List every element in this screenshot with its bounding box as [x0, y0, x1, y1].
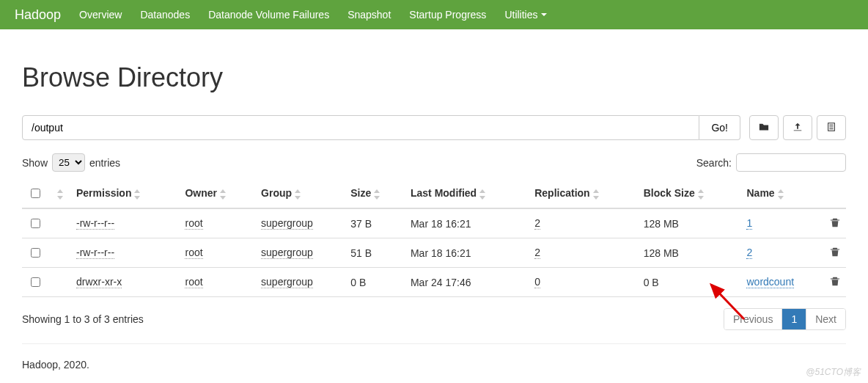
trash-icon[interactable]: [830, 247, 840, 259]
upload-button[interactable]: [783, 115, 812, 140]
size-cell: 37 B: [345, 208, 405, 238]
search-label: Search:: [696, 157, 732, 169]
permission-link[interactable]: -rw-r--r--: [76, 217, 114, 230]
block-cell: 0 B: [638, 268, 741, 297]
top-navbar: Hadoop Overview Datanodes Datanode Volum…: [0, 0, 868, 29]
permission-link[interactable]: drwxr-xr-x: [76, 276, 122, 288]
cut-button[interactable]: [817, 115, 846, 140]
nav-datanodes[interactable]: Datanodes: [140, 9, 190, 21]
modified-cell: Mar 18 16:21: [405, 238, 529, 268]
sort-icon[interactable]: [479, 189, 487, 200]
folder-icon: [759, 122, 769, 134]
search-control: Search:: [696, 153, 846, 172]
page-size-select[interactable]: 25: [52, 153, 85, 172]
sort-icon[interactable]: [295, 189, 302, 200]
sort-icon[interactable]: [698, 189, 705, 200]
footer-copyright: Hadoop, 2020.: [22, 359, 846, 371]
permission-link[interactable]: -rw-r--r--: [76, 247, 114, 259]
table-row: -rw-r--r--rootsupergroup37 BMar 18 16:21…: [22, 208, 846, 238]
group-link[interactable]: supergroup: [261, 217, 313, 230]
col-permission[interactable]: Permission: [76, 187, 131, 199]
table-row: -rw-r--r--rootsupergroup51 BMar 18 16:21…: [22, 238, 846, 268]
path-input[interactable]: [22, 115, 699, 140]
row-checkbox[interactable]: [31, 248, 40, 258]
page-title: Browse Directory: [22, 62, 846, 93]
name-link[interactable]: wordcount: [746, 276, 794, 288]
row-checkbox[interactable]: [31, 219, 40, 228]
sort-icon[interactable]: [778, 189, 785, 200]
col-owner[interactable]: Owner: [185, 187, 217, 199]
watermark: @51CTO博客: [806, 366, 861, 379]
upload-icon: [792, 122, 803, 134]
size-cell: 51 B: [345, 238, 405, 268]
nav-snapshot[interactable]: Snapshot: [347, 9, 391, 21]
brand-logo[interactable]: Hadoop: [15, 7, 61, 23]
chevron-down-icon: [541, 13, 547, 16]
entries-label: entries: [89, 157, 120, 169]
name-link[interactable]: 1: [746, 217, 752, 230]
block-cell: 128 MB: [638, 208, 741, 238]
owner-link[interactable]: root: [185, 276, 202, 288]
sort-icon[interactable]: [220, 189, 227, 200]
show-label: Show: [22, 157, 48, 169]
owner-link[interactable]: root: [185, 217, 202, 230]
nav-overview[interactable]: Overview: [79, 9, 122, 21]
modified-cell: Mar 18 16:21: [405, 208, 529, 238]
modified-cell: Mar 24 17:46: [405, 268, 529, 297]
col-size[interactable]: Size: [350, 187, 371, 199]
search-input[interactable]: [736, 153, 846, 172]
trash-icon[interactable]: [830, 277, 840, 288]
sort-icon[interactable]: [593, 189, 600, 200]
sort-icon[interactable]: [374, 189, 381, 200]
clipboard-icon: [826, 122, 836, 134]
nav-volume-failures[interactable]: Datanode Volume Failures: [208, 9, 329, 21]
table-row: drwxr-xr-xrootsupergroup0 BMar 24 17:460…: [22, 268, 846, 297]
nav-startup-progress[interactable]: Startup Progress: [409, 9, 486, 21]
sort-icon[interactable]: [57, 189, 65, 200]
select-all-checkbox[interactable]: [31, 189, 40, 198]
col-replication[interactable]: Replication: [534, 187, 589, 199]
col-block[interactable]: Block Size: [644, 187, 695, 199]
replication-link[interactable]: 2: [534, 217, 540, 230]
table-info: Showing 1 to 3 of 3 entries: [22, 313, 144, 325]
page-1-button[interactable]: 1: [782, 309, 806, 329]
new-folder-button[interactable]: [749, 115, 779, 140]
page-size-control: Show 25 entries: [22, 153, 120, 172]
block-cell: 128 MB: [638, 238, 741, 268]
nav-utilities-label: Utilities: [504, 9, 537, 21]
group-link[interactable]: supergroup: [261, 247, 313, 259]
size-cell: 0 B: [345, 268, 405, 297]
separator: [22, 343, 846, 344]
row-checkbox[interactable]: [31, 277, 40, 287]
path-bar: Go!: [22, 115, 846, 140]
col-modified[interactable]: Last Modified: [411, 187, 477, 199]
name-link[interactable]: 2: [746, 247, 752, 259]
nav-utilities[interactable]: Utilities: [504, 9, 546, 21]
next-page-button[interactable]: Next: [806, 309, 845, 329]
prev-page-button[interactable]: Previous: [724, 309, 782, 329]
directory-table: Permission Owner Group Size Last Modifie…: [22, 179, 846, 297]
go-button[interactable]: Go!: [699, 115, 740, 140]
col-name[interactable]: Name: [746, 187, 774, 199]
sort-icon[interactable]: [134, 189, 141, 200]
group-link[interactable]: supergroup: [261, 276, 313, 288]
col-group[interactable]: Group: [261, 187, 292, 199]
owner-link[interactable]: root: [185, 247, 202, 259]
pagination: Previous 1 Next: [724, 308, 846, 330]
replication-link[interactable]: 0: [534, 276, 540, 288]
trash-icon[interactable]: [830, 218, 840, 230]
replication-link[interactable]: 2: [534, 247, 540, 259]
